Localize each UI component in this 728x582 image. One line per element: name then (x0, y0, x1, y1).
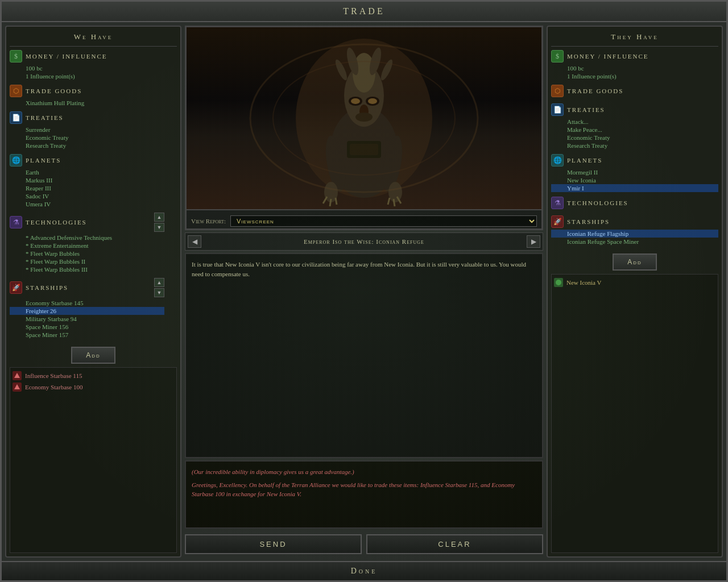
right-starships-header: 🚀 Starships (551, 215, 718, 228)
ship-freighter-26[interactable]: Freighter 26 (10, 307, 164, 315)
tech-scroll-up[interactable]: ▲ (154, 213, 164, 222)
done-button[interactable]: Done (2, 561, 726, 580)
right-treaties-title: Treaties (567, 106, 605, 113)
trade-item-2: Economy Starbase 100 (13, 381, 174, 393)
ship-economy-145[interactable]: Economy Starbase 145 (10, 299, 164, 307)
clear-button[interactable]: Clear (366, 534, 543, 554)
title-bar: Trade (2, 2, 726, 22)
nav-label: Emperor Iso the Wise: Iconian Refuge (204, 238, 524, 245)
tech-title: Technologies (26, 219, 87, 226)
treaties-icon: 📄 (10, 111, 22, 124)
right-panel-header: They Have (551, 30, 718, 47)
influence-points[interactable]: 1 Influence point(s) (10, 72, 177, 80)
starships-scroll-down[interactable]: ▼ (154, 288, 164, 297)
proposal-italics: (Our incredible ability in diplomacy giv… (192, 467, 536, 477)
view-report-label: View Report: (191, 218, 226, 225)
right-trade-item-1: New Iconia V (554, 277, 715, 288)
svg-marker-1 (14, 384, 20, 389)
viewscreen-controls: View Report: Viewscreen (187, 209, 541, 230)
svg-point-31 (556, 280, 561, 285)
trade-item-1: Influence Starbase 115 (13, 370, 174, 381)
planet-sadoc[interactable]: Sadoc IV (10, 192, 177, 200)
right-planet-new-iconia[interactable]: New Iconia (551, 176, 718, 184)
viewscreen-select[interactable]: Viewscreen (230, 215, 537, 227)
right-influence[interactable]: 1 Influence point(s) (551, 72, 718, 80)
right-tech-header: ⚗ Technologies (551, 197, 718, 209)
tech-icon: ⚗ (10, 216, 22, 228)
right-treaty-attack[interactable]: Attack... (551, 118, 718, 126)
ship-miner-156[interactable]: Space Miner 156 (10, 323, 164, 331)
nav-next-button[interactable]: ▶ (527, 235, 540, 248)
left-panel-header: We Have (10, 30, 177, 47)
tech-adt[interactable]: * Advanced Defensive Techniques (10, 234, 164, 242)
right-ship-flagship[interactable]: Iconian Refuge Flagship (551, 230, 718, 238)
starships-scroll-up[interactable]: ▲ (154, 278, 164, 287)
starships-title: Starships (26, 284, 68, 291)
they-have-planets-section: 🌐 Planets Mormegil II New Iconia Ymir I (551, 154, 718, 192)
money-header: $ Money / Influence (10, 50, 177, 63)
action-buttons: Send Clear (185, 531, 543, 558)
right-treaties-header: 📄 Treaties (551, 103, 718, 116)
right-planet-ymir[interactable]: Ymir I (551, 184, 718, 192)
right-treaty-research[interactable]: Research Treaty (551, 142, 718, 149)
right-tech-icon: ⚗ (551, 197, 564, 209)
trade-item-2-label: Economy Starbase 100 (25, 384, 82, 390)
center-panel: View Report: Viewscreen ◀ Emperor Iso th… (185, 26, 543, 558)
send-button[interactable]: Send (185, 534, 362, 554)
proposal-area: (Our incredible ability in diplomacy giv… (185, 460, 543, 529)
planets-title: Planets (26, 157, 61, 164)
right-trade-item-1-icon (554, 278, 563, 287)
tech-fwb3[interactable]: * Fleet Warp Bubbles III (10, 265, 164, 273)
right-planets-header: 🌐 Planets (551, 154, 718, 167)
right-treaty-economic[interactable]: Economic Treaty (551, 134, 718, 142)
we-have-trade-goods-section: ⬡ Trade Goods Xinathium Hull Plating (10, 85, 177, 107)
nav-prev-button[interactable]: ◀ (188, 235, 201, 248)
planet-reaper[interactable]: Reaper III (10, 184, 177, 192)
they-have-tech-section: ⚗ Technologies (551, 197, 718, 211)
message-area: It is true that New Iconia V isn't core … (185, 253, 543, 458)
starships-icon: 🚀 (10, 281, 22, 294)
starships-header: 🚀 Starships ▲ ▼ (10, 278, 164, 297)
right-money-icon: $ (551, 50, 564, 63)
money-bc[interactable]: 100 bc (10, 64, 177, 72)
tech-ee[interactable]: * Extreme Entertainment (10, 242, 164, 250)
they-have-trade-goods-section: ⬡ Trade Goods (551, 85, 718, 99)
right-planet-mormegil[interactable]: Mormegil II (551, 168, 718, 176)
right-ship-miner[interactable]: Iconian Refuge Space Miner (551, 238, 718, 246)
planet-earth[interactable]: Earth (10, 168, 177, 176)
they-have-starships-section: 🚀 Starships Iconian Refuge Flagship Icon… (551, 215, 718, 246)
right-trade-goods-header: ⬡ Trade Goods (551, 85, 718, 97)
we-have-tech-section: ⚗ Technologies ▲ ▼ * Advanced Defensive … (10, 213, 177, 273)
tech-fwb[interactable]: * Fleet Warp Bubbles (10, 250, 164, 257)
svg-marker-0 (14, 373, 20, 378)
xinathium-hull[interactable]: Xinathium Hull Plating (10, 99, 177, 107)
message-text: It is true that New Iconia V isn't core … (192, 261, 526, 277)
planet-umera[interactable]: Umera IV (10, 200, 177, 208)
right-money-bc[interactable]: 100 bc (551, 64, 718, 72)
tech-header: ⚗ Technologies ▲ ▼ (10, 213, 164, 232)
we-have-planets-section: 🌐 Planets Earth Markus III Reaper III Sa… (10, 154, 177, 208)
ship-military-94[interactable]: Military Starbase 94 (10, 315, 164, 323)
main-window: Trade We Have $ Money / Influence 100 bc… (0, 0, 728, 582)
trade-goods-title: Trade Goods (26, 88, 82, 94)
proposal-text: Greetings, Excellency. On behalf of the … (192, 480, 536, 499)
money-title: Money / Influence (26, 53, 107, 60)
we-have-starships-section: 🚀 Starships ▲ ▼ Economy Starbase 145 Fre… (10, 278, 177, 339)
treaty-research[interactable]: Research Treaty (10, 142, 177, 149)
content-area: We Have $ Money / Influence 100 bc 1 Inf… (2, 22, 726, 561)
right-add-button[interactable]: Add (613, 253, 657, 271)
right-treaty-peace[interactable]: Make Peace... (551, 126, 718, 134)
treaty-surrender[interactable]: Surrender (10, 126, 177, 134)
trade-item-1-label: Influence Starbase 115 (25, 372, 82, 379)
planet-markus[interactable]: Markus III (10, 176, 177, 184)
tech-scroll-down[interactable]: ▼ (154, 223, 164, 232)
money-icon: $ (10, 50, 22, 63)
right-starships-icon: 🚀 (551, 215, 564, 228)
tech-fwb2[interactable]: * Fleet Warp Bubbles II (10, 257, 164, 265)
ship-miner-157[interactable]: Space Miner 157 (10, 331, 164, 339)
right-planets-title: Planets (567, 157, 602, 164)
we-have-treaties-section: 📄 Treaties Surrender Economic Treaty Res… (10, 111, 177, 149)
treaty-economic[interactable]: Economic Treaty (10, 134, 177, 142)
left-add-button[interactable]: Add (71, 347, 115, 364)
viewscreen-container: View Report: Viewscreen (185, 26, 543, 230)
